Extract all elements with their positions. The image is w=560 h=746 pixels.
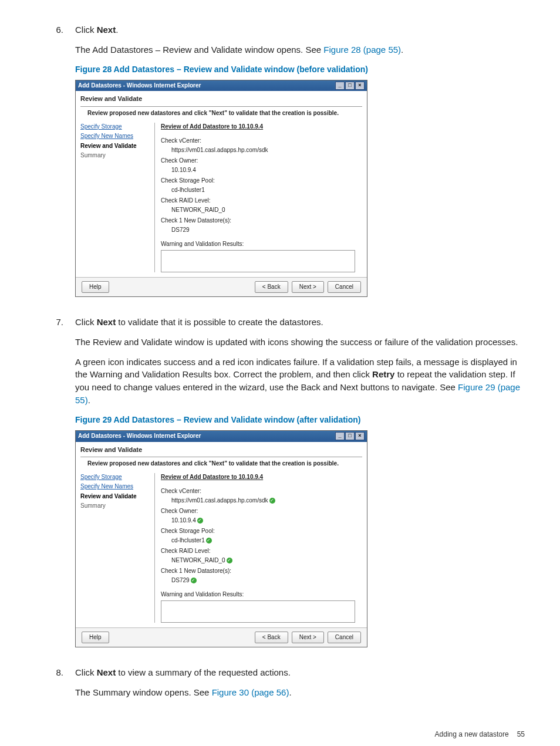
- wizard-steps: Specify Storage Specify New Names Review…: [80, 473, 150, 623]
- check-datastore-value: DS729: [161, 226, 362, 235]
- wizard-step-storage[interactable]: Specify Storage: [80, 473, 150, 482]
- step-text: to validate that it is possible to creat…: [116, 317, 323, 327]
- wizard-step-summary: Summary: [80, 151, 150, 160]
- step-number: 6.: [35, 23, 75, 305]
- retry-keyword: Retry: [372, 369, 394, 379]
- close-icon[interactable]: ×: [355, 432, 365, 440]
- wizard-step-review: Review and Validate: [80, 142, 150, 151]
- check-pool-label: Check Storage Pool:: [161, 177, 362, 185]
- back-button[interactable]: < Back: [255, 632, 288, 644]
- step-text: Click: [75, 25, 97, 35]
- check-raid-label: Check RAID Level:: [161, 547, 362, 556]
- step-text: .: [116, 25, 118, 35]
- success-icon: [227, 558, 232, 563]
- check-owner-value: 10.10.9.4: [161, 166, 362, 175]
- help-button[interactable]: Help: [82, 281, 109, 293]
- figure-link[interactable]: Figure 30 (page 56): [212, 687, 289, 697]
- check-owner-label: Check Owner:: [161, 157, 362, 166]
- step-text: .: [401, 45, 403, 55]
- check-vcenter-label: Check vCenter:: [161, 137, 362, 146]
- warning-label: Warning and Validation Results:: [161, 240, 362, 249]
- step-text: The Summary window opens. See: [75, 687, 212, 697]
- dialog-header: Review and Validate: [80, 94, 362, 104]
- dialog-window: Add Datastores - Windows Internet Explor…: [75, 80, 367, 297]
- help-button[interactable]: Help: [82, 632, 109, 644]
- check-datastore-value: DS729: [171, 576, 190, 585]
- wizard-step-names[interactable]: Specify New Names: [80, 482, 150, 491]
- check-raid-value: NETWORK_RAID_0: [171, 556, 225, 565]
- step-number: 8.: [35, 666, 75, 706]
- review-title: Review of Add Datastore to 10.10.9.4: [161, 473, 362, 482]
- check-vcenter-value: https://vm01.casl.adapps.hp.com/sdk: [171, 497, 268, 505]
- next-keyword: Next: [97, 25, 116, 35]
- cancel-button[interactable]: Cancel: [328, 281, 361, 293]
- step-text: Click: [75, 317, 97, 327]
- success-icon: [206, 538, 212, 544]
- success-icon: [269, 498, 275, 504]
- window-title: Add Datastores - Windows Internet Explor…: [78, 82, 201, 90]
- check-vcenter-label: Check vCenter:: [161, 487, 362, 496]
- minimize-icon[interactable]: _: [335, 432, 345, 440]
- next-button[interactable]: Next >: [292, 632, 324, 644]
- page-number: 55: [517, 730, 525, 740]
- dialog-instruction: Review proposed new datastores and click…: [80, 109, 362, 118]
- step-text: Click: [75, 667, 97, 677]
- warning-label: Warning and Validation Results:: [161, 590, 362, 599]
- maximize-icon[interactable]: □: [345, 432, 355, 440]
- cancel-button[interactable]: Cancel: [328, 632, 361, 644]
- window-title: Add Datastores - Windows Internet Explor…: [78, 432, 201, 441]
- check-raid-value: NETWORK_RAID_0: [161, 206, 362, 215]
- check-pool-label: Check Storage Pool:: [161, 527, 362, 536]
- wizard-step-summary: Summary: [80, 502, 150, 511]
- close-icon[interactable]: ×: [355, 82, 365, 90]
- step-text: to view a summary of the requested actio…: [116, 667, 291, 677]
- success-icon: [191, 578, 197, 583]
- check-pool-value: cd-lhcluster1: [171, 536, 205, 545]
- step-number: 7.: [35, 316, 75, 656]
- wizard-step-review: Review and Validate: [80, 492, 150, 501]
- step-text: .: [88, 395, 90, 405]
- check-owner-label: Check Owner:: [161, 507, 362, 516]
- next-button[interactable]: Next >: [292, 281, 324, 293]
- minimize-icon[interactable]: _: [335, 82, 345, 90]
- check-raid-label: Check RAID Level:: [161, 197, 362, 205]
- step-text: The Review and Validate window is update…: [75, 336, 525, 349]
- next-keyword: Next: [97, 317, 116, 327]
- dialog-instruction: Review proposed new datastores and click…: [80, 460, 362, 468]
- warning-box: [161, 600, 355, 623]
- next-keyword: Next: [97, 667, 116, 677]
- step-text: The Add Datastores – Review and Validate…: [75, 45, 323, 55]
- footer-section: Adding a new datastore: [435, 730, 509, 740]
- success-icon: [197, 518, 203, 524]
- check-vcenter-value: https://vm01.casl.adapps.hp.com/sdk: [161, 146, 362, 155]
- wizard-step-names[interactable]: Specify New Names: [80, 132, 150, 141]
- check-pool-value: cd-lhcluster1: [161, 186, 362, 195]
- figure-caption: Figure 28 Add Datastores – Review and Va…: [75, 63, 525, 75]
- review-title: Review of Add Datastore to 10.10.9.4: [161, 123, 362, 131]
- figure-link[interactable]: Figure 28 (page 55): [323, 45, 401, 55]
- step-text: .: [289, 687, 291, 697]
- check-datastore-label: Check 1 New Datastore(s):: [161, 567, 362, 576]
- maximize-icon[interactable]: □: [345, 82, 355, 90]
- dialog-window: Add Datastores - Windows Internet Explor…: [75, 430, 367, 647]
- figure-caption: Figure 29 Add Datastores – Review and Va…: [75, 414, 525, 426]
- check-owner-value: 10.10.9.4: [171, 517, 196, 525]
- back-button[interactable]: < Back: [255, 281, 288, 293]
- dialog-header: Review and Validate: [80, 445, 362, 455]
- wizard-steps: Specify Storage Specify New Names Review…: [80, 123, 150, 272]
- wizard-step-storage[interactable]: Specify Storage: [80, 123, 150, 131]
- check-datastore-label: Check 1 New Datastore(s):: [161, 217, 362, 225]
- warning-box: [161, 250, 355, 272]
